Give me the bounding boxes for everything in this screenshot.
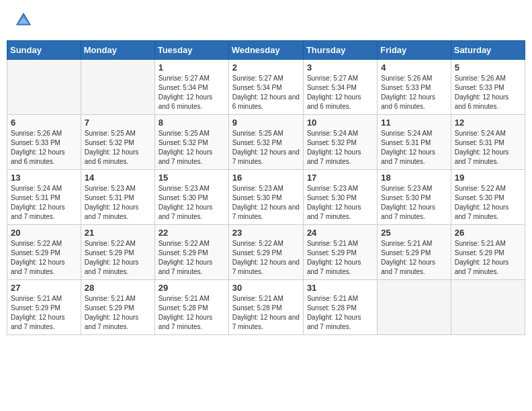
day-number: 16 [232, 173, 300, 183]
day-number: 9 [232, 118, 300, 128]
day-info: Sunrise: 5:21 AM Sunset: 5:28 PM Dayligh… [307, 294, 373, 332]
day-info: Sunrise: 5:21 AM Sunset: 5:28 PM Dayligh… [159, 294, 225, 332]
page-header [7, 7, 525, 34]
calendar-cell [7, 60, 81, 115]
calendar-cell: 9Sunrise: 5:25 AM Sunset: 5:32 PM Daylig… [228, 115, 303, 170]
calendar-cell: 28Sunrise: 5:21 AM Sunset: 5:29 PM Dayli… [81, 280, 154, 335]
day-info: Sunrise: 5:24 AM Sunset: 5:31 PM Dayligh… [11, 184, 77, 222]
day-info: Sunrise: 5:23 AM Sunset: 5:30 PM Dayligh… [381, 184, 447, 222]
day-info: Sunrise: 5:22 AM Sunset: 5:29 PM Dayligh… [11, 239, 77, 277]
day-info: Sunrise: 5:22 AM Sunset: 5:29 PM Dayligh… [85, 239, 151, 277]
calendar-cell: 25Sunrise: 5:21 AM Sunset: 5:29 PM Dayli… [378, 225, 451, 280]
day-number: 6 [11, 118, 77, 128]
day-number: 29 [159, 283, 225, 293]
day-number: 17 [307, 173, 373, 183]
day-number: 20 [11, 228, 77, 238]
day-info: Sunrise: 5:21 AM Sunset: 5:29 PM Dayligh… [455, 239, 521, 277]
calendar-cell [451, 280, 525, 335]
calendar-cell: 22Sunrise: 5:22 AM Sunset: 5:29 PM Dayli… [154, 225, 228, 280]
calendar-week-4: 27Sunrise: 5:21 AM Sunset: 5:29 PM Dayli… [7, 280, 525, 335]
day-number: 18 [381, 173, 447, 183]
calendar-cell: 16Sunrise: 5:23 AM Sunset: 5:30 PM Dayli… [228, 170, 303, 225]
calendar-cell: 26Sunrise: 5:21 AM Sunset: 5:29 PM Dayli… [451, 225, 525, 280]
day-info: Sunrise: 5:27 AM Sunset: 5:34 PM Dayligh… [232, 74, 300, 111]
calendar-header: SundayMondayTuesdayWednesdayThursdayFrid… [7, 41, 525, 60]
weekday-header-wednesday: Wednesday [228, 41, 303, 60]
day-info: Sunrise: 5:23 AM Sunset: 5:30 PM Dayligh… [159, 184, 225, 222]
weekday-header-monday: Monday [81, 41, 154, 60]
calendar-body: 1Sunrise: 5:27 AM Sunset: 5:34 PM Daylig… [7, 60, 525, 335]
day-info: Sunrise: 5:21 AM Sunset: 5:29 PM Dayligh… [85, 294, 151, 332]
calendar-cell: 30Sunrise: 5:21 AM Sunset: 5:28 PM Dayli… [228, 280, 303, 335]
calendar-cell [81, 60, 154, 115]
calendar-cell: 2Sunrise: 5:27 AM Sunset: 5:34 PM Daylig… [228, 60, 303, 115]
calendar-cell: 15Sunrise: 5:23 AM Sunset: 5:30 PM Dayli… [154, 170, 228, 225]
calendar-week-3: 20Sunrise: 5:22 AM Sunset: 5:29 PM Dayli… [7, 225, 525, 280]
calendar-week-1: 6Sunrise: 5:26 AM Sunset: 5:33 PM Daylig… [7, 115, 525, 170]
weekday-header-saturday: Saturday [451, 41, 525, 60]
weekday-header-row: SundayMondayTuesdayWednesdayThursdayFrid… [7, 41, 525, 60]
calendar-cell: 18Sunrise: 5:23 AM Sunset: 5:30 PM Dayli… [378, 170, 451, 225]
day-number: 3 [307, 62, 373, 73]
day-number: 28 [85, 283, 151, 293]
day-number: 13 [11, 173, 77, 183]
calendar-cell: 14Sunrise: 5:23 AM Sunset: 5:31 PM Dayli… [81, 170, 154, 225]
day-info: Sunrise: 5:27 AM Sunset: 5:34 PM Dayligh… [159, 74, 225, 111]
day-info: Sunrise: 5:23 AM Sunset: 5:31 PM Dayligh… [85, 184, 151, 222]
day-info: Sunrise: 5:21 AM Sunset: 5:29 PM Dayligh… [307, 239, 373, 277]
day-info: Sunrise: 5:25 AM Sunset: 5:32 PM Dayligh… [159, 129, 225, 167]
day-info: Sunrise: 5:22 AM Sunset: 5:29 PM Dayligh… [232, 239, 300, 277]
day-info: Sunrise: 5:23 AM Sunset: 5:30 PM Dayligh… [232, 184, 300, 222]
calendar-cell: 11Sunrise: 5:24 AM Sunset: 5:31 PM Dayli… [378, 115, 451, 170]
day-info: Sunrise: 5:22 AM Sunset: 5:30 PM Dayligh… [455, 184, 521, 222]
day-number: 8 [159, 118, 225, 128]
calendar-week-0: 1Sunrise: 5:27 AM Sunset: 5:34 PM Daylig… [7, 60, 525, 115]
day-info: Sunrise: 5:24 AM Sunset: 5:31 PM Dayligh… [455, 129, 521, 167]
calendar-cell [378, 280, 451, 335]
day-number: 24 [307, 228, 373, 238]
weekday-header-tuesday: Tuesday [154, 41, 228, 60]
calendar-cell: 3Sunrise: 5:27 AM Sunset: 5:34 PM Daylig… [303, 60, 377, 115]
calendar-cell: 4Sunrise: 5:26 AM Sunset: 5:33 PM Daylig… [378, 60, 451, 115]
day-info: Sunrise: 5:25 AM Sunset: 5:32 PM Dayligh… [232, 129, 300, 167]
day-info: Sunrise: 5:22 AM Sunset: 5:29 PM Dayligh… [159, 239, 225, 277]
weekday-header-friday: Friday [378, 41, 451, 60]
calendar-cell: 23Sunrise: 5:22 AM Sunset: 5:29 PM Dayli… [228, 225, 303, 280]
day-number: 22 [159, 228, 225, 238]
day-info: Sunrise: 5:21 AM Sunset: 5:28 PM Dayligh… [232, 294, 300, 332]
day-number: 23 [232, 228, 300, 238]
calendar-cell: 20Sunrise: 5:22 AM Sunset: 5:29 PM Dayli… [7, 225, 81, 280]
day-number: 10 [307, 118, 373, 128]
day-number: 19 [455, 173, 521, 183]
day-number: 5 [455, 62, 521, 73]
weekday-header-thursday: Thursday [303, 41, 377, 60]
day-info: Sunrise: 5:24 AM Sunset: 5:31 PM Dayligh… [381, 129, 447, 167]
day-number: 11 [381, 118, 447, 128]
calendar-table: SundayMondayTuesdayWednesdayThursdayFrid… [7, 40, 525, 335]
day-number: 14 [85, 173, 151, 183]
day-number: 25 [381, 228, 447, 238]
calendar-cell: 1Sunrise: 5:27 AM Sunset: 5:34 PM Daylig… [154, 60, 228, 115]
day-info: Sunrise: 5:26 AM Sunset: 5:33 PM Dayligh… [11, 129, 77, 167]
calendar-cell: 13Sunrise: 5:24 AM Sunset: 5:31 PM Dayli… [7, 170, 81, 225]
calendar-cell: 12Sunrise: 5:24 AM Sunset: 5:31 PM Dayli… [451, 115, 525, 170]
day-info: Sunrise: 5:26 AM Sunset: 5:33 PM Dayligh… [381, 74, 447, 111]
calendar-cell: 10Sunrise: 5:24 AM Sunset: 5:32 PM Dayli… [303, 115, 377, 170]
day-number: 7 [85, 118, 151, 128]
calendar-cell: 27Sunrise: 5:21 AM Sunset: 5:29 PM Dayli… [7, 280, 81, 335]
calendar-cell: 21Sunrise: 5:22 AM Sunset: 5:29 PM Dayli… [81, 225, 154, 280]
calendar-cell: 24Sunrise: 5:21 AM Sunset: 5:29 PM Dayli… [303, 225, 377, 280]
day-number: 2 [232, 62, 300, 73]
day-number: 27 [11, 283, 77, 293]
day-number: 30 [232, 283, 300, 293]
day-info: Sunrise: 5:21 AM Sunset: 5:29 PM Dayligh… [381, 239, 447, 277]
weekday-header-sunday: Sunday [7, 41, 81, 60]
calendar-cell: 5Sunrise: 5:26 AM Sunset: 5:33 PM Daylig… [451, 60, 525, 115]
logo [13, 10, 36, 30]
calendar-cell: 17Sunrise: 5:23 AM Sunset: 5:30 PM Dayli… [303, 170, 377, 225]
day-info: Sunrise: 5:26 AM Sunset: 5:33 PM Dayligh… [455, 74, 521, 111]
calendar-cell: 19Sunrise: 5:22 AM Sunset: 5:30 PM Dayli… [451, 170, 525, 225]
day-number: 4 [381, 62, 447, 73]
calendar-cell: 29Sunrise: 5:21 AM Sunset: 5:28 PM Dayli… [154, 280, 228, 335]
day-info: Sunrise: 5:25 AM Sunset: 5:32 PM Dayligh… [85, 129, 151, 167]
